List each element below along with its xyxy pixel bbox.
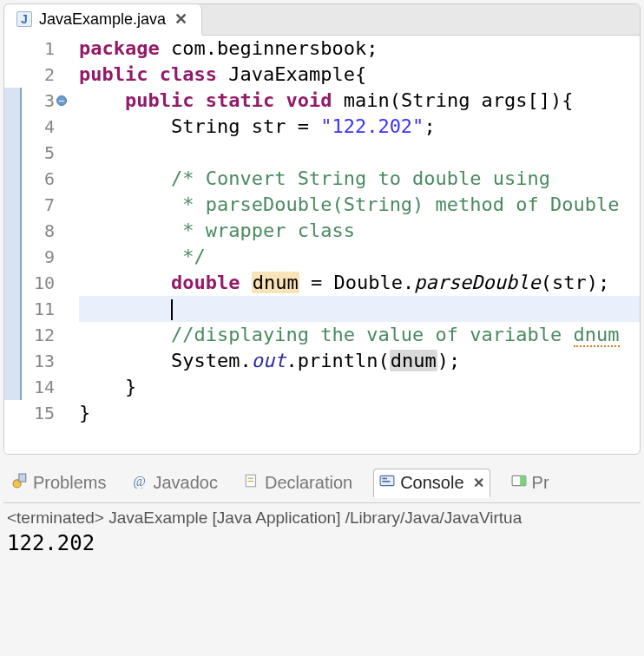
- line-number: 13: [22, 348, 55, 374]
- gutter-marker: [4, 296, 22, 322]
- editor-tabs-bar: J JavaExample.java ✕: [4, 4, 640, 36]
- gutter-marker: [4, 88, 22, 114]
- code-line[interactable]: }: [79, 400, 640, 426]
- line-number: 15: [22, 400, 55, 426]
- view-tab-javadoc[interactable]: @Javadoc: [127, 469, 223, 496]
- line-number: 9: [22, 244, 55, 270]
- code-editor[interactable]: 123456789101112131415 package com.beginn…: [4, 36, 640, 454]
- line-number: 11: [22, 296, 55, 322]
- gutter-marker: [4, 400, 22, 426]
- editor-tab-title: JavaExample.java: [39, 10, 166, 29]
- line-number: 14: [22, 374, 55, 400]
- gutter-marker: [4, 270, 22, 296]
- view-tab-progress[interactable]: Pr: [506, 469, 555, 496]
- svg-rect-10: [520, 476, 526, 485]
- code-line[interactable]: [79, 296, 640, 322]
- svg-rect-8: [383, 481, 391, 482]
- gutter-marker: [4, 166, 22, 192]
- gutter-marker: [4, 114, 22, 140]
- gutter: 123456789101112131415: [4, 36, 60, 454]
- console-output: 122.202: [7, 531, 637, 555]
- gutter-marker: [4, 62, 22, 88]
- line-number: 8: [22, 218, 55, 244]
- view-tab-label: Console: [400, 473, 463, 493]
- code-line[interactable]: double dnum = Double.parseDouble(str);: [79, 270, 640, 296]
- problems-icon: [12, 473, 28, 493]
- bottom-panel: Problems@JavadocDeclarationConsole✕Pr <t…: [3, 463, 641, 561]
- console-body: <terminated> JavaExample [Java Applicati…: [3, 503, 641, 561]
- code-line[interactable]: package com.beginnersbook;: [79, 36, 640, 62]
- line-number: 10: [22, 270, 55, 296]
- gutter-marker: [4, 218, 22, 244]
- text-cursor: [171, 299, 173, 320]
- progress-icon: [511, 473, 527, 493]
- view-tab-label: Declaration: [265, 473, 352, 493]
- marker-column: [4, 36, 22, 454]
- console-icon: [379, 473, 395, 493]
- code-line[interactable]: //displaying the value of variable dnum: [79, 322, 640, 348]
- gutter-marker: [4, 348, 22, 374]
- code-line[interactable]: /* Convert String to double using: [79, 166, 640, 192]
- code-line[interactable]: public static void main(String args[]){: [79, 88, 640, 114]
- code-line[interactable]: * parseDouble(String) method of Double: [79, 192, 640, 218]
- gutter-marker: [4, 192, 22, 218]
- gutter-marker: [4, 374, 22, 400]
- line-number: 6: [22, 166, 55, 192]
- gutter-marker: [4, 322, 22, 348]
- svg-rect-5: [247, 481, 253, 482]
- line-number: 4: [22, 114, 55, 140]
- line-number: 3: [22, 88, 55, 114]
- code-line[interactable]: [79, 140, 640, 166]
- line-number: 2: [22, 62, 55, 88]
- code-line[interactable]: }: [79, 374, 640, 400]
- gutter-marker: [4, 244, 22, 270]
- view-tab-problems[interactable]: Problems: [7, 469, 111, 496]
- editor-panel: J JavaExample.java ✕ 1234567891011121314…: [3, 3, 641, 455]
- java-file-icon: J: [16, 11, 32, 27]
- views-tab-bar: Problems@JavadocDeclarationConsole✕Pr: [3, 463, 641, 503]
- code-line[interactable]: * wrapper class: [79, 218, 640, 244]
- view-tab-label: Javadoc: [153, 473, 218, 493]
- declaration-icon: [244, 473, 260, 493]
- gutter-marker: [4, 140, 22, 166]
- line-number: 5: [22, 140, 55, 166]
- code-line[interactable]: String str = "122.202";: [79, 114, 640, 140]
- javadoc-icon: @: [132, 473, 148, 493]
- code-text[interactable]: package com.beginnersbook;public class J…: [60, 36, 640, 454]
- line-number: 1: [22, 36, 55, 62]
- view-tab-label: Pr: [532, 473, 549, 493]
- view-tab-label: Problems: [33, 473, 106, 493]
- view-tab-declaration[interactable]: Declaration: [239, 469, 358, 496]
- svg-text:@: @: [134, 474, 147, 489]
- gutter-marker: [4, 36, 22, 62]
- console-status: <terminated> JavaExample [Java Applicati…: [7, 508, 637, 528]
- view-tab-console[interactable]: Console✕: [373, 469, 490, 498]
- line-number: 12: [22, 322, 55, 348]
- svg-rect-7: [383, 478, 388, 480]
- close-icon[interactable]: ✕: [473, 475, 484, 491]
- line-number-column: 123456789101112131415: [22, 36, 60, 454]
- code-line[interactable]: System.out.println(dnum);: [79, 348, 640, 374]
- svg-rect-4: [247, 478, 253, 479]
- code-line[interactable]: */: [79, 244, 640, 270]
- code-line[interactable]: public class JavaExample{: [79, 62, 640, 88]
- svg-rect-1: [19, 474, 26, 482]
- editor-tab-javaexample[interactable]: J JavaExample.java ✕: [4, 4, 202, 36]
- close-icon[interactable]: ✕: [173, 10, 189, 29]
- line-number: 7: [22, 192, 55, 218]
